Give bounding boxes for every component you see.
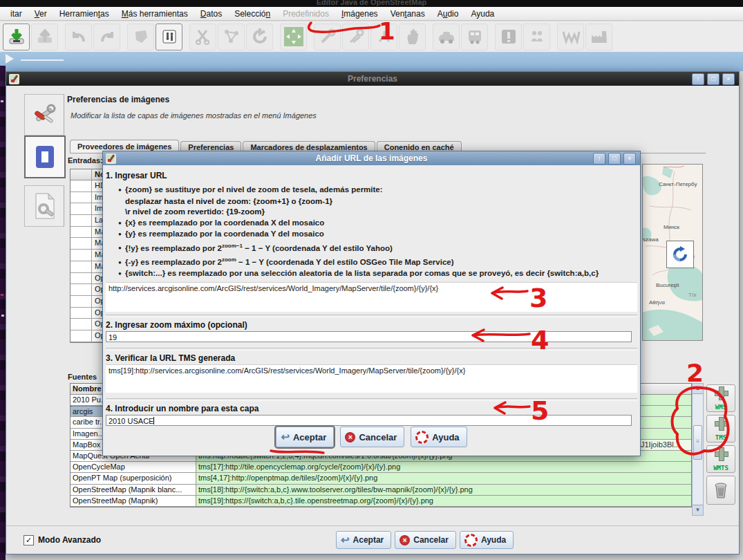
layer-name-input[interactable]: 2010 USACE bbox=[106, 415, 632, 426]
menu-seleccin[interactable]: Selección bbox=[228, 9, 276, 19]
close-window-icon[interactable]: × bbox=[623, 153, 636, 165]
entry-checkbox-cell[interactable] bbox=[70, 238, 92, 249]
add-wmts-label: WMTS bbox=[707, 465, 735, 472]
ok-button[interactable]: ↩ Aceptar bbox=[336, 531, 391, 549]
wrench-a-button[interactable] bbox=[314, 24, 341, 50]
shade-window-icon[interactable]: ↑ bbox=[593, 153, 605, 165]
maximize-window-icon[interactable]: □ bbox=[608, 153, 621, 165]
menu-audio[interactable]: Audio bbox=[431, 9, 465, 19]
delete-shape-button[interactable] bbox=[127, 24, 154, 50]
waypoint-w-button[interactable] bbox=[557, 24, 584, 50]
warning-button[interactable] bbox=[495, 24, 522, 50]
sidebar-imagery-settings[interactable] bbox=[24, 136, 66, 178]
url-input[interactable]: http://services.arcgisonline.com/ArcGIS/… bbox=[106, 282, 637, 312]
wrench-b-icon bbox=[347, 28, 365, 46]
sources-row[interactable]: OpenPT Map (superposición)tms[4,17]:http… bbox=[70, 473, 691, 484]
bullet-icon: ● bbox=[118, 218, 125, 229]
entry-checkbox-cell[interactable] bbox=[70, 192, 92, 203]
upload-button[interactable] bbox=[31, 24, 58, 50]
bus-button[interactable] bbox=[461, 24, 488, 50]
entry-checkbox-cell[interactable] bbox=[70, 319, 92, 330]
preferences-titlebar[interactable]: Preferencias ↑ □ × bbox=[6, 72, 739, 86]
zoom-to-layer-button[interactable] bbox=[280, 24, 307, 50]
add-wms-button[interactable]: WMS bbox=[706, 384, 735, 412]
dialog-cancel-button[interactable]: × Cancelar bbox=[340, 427, 404, 447]
entry-checkbox-cell[interactable] bbox=[70, 330, 92, 342]
hand-button[interactable] bbox=[399, 24, 426, 50]
dialog-help-button[interactable]: Ayuda bbox=[411, 427, 467, 447]
people-icon bbox=[529, 29, 545, 44]
close-window-icon[interactable]: × bbox=[722, 73, 735, 85]
entry-checkbox-cell[interactable] bbox=[70, 296, 92, 307]
entry-checkbox-cell[interactable] bbox=[70, 284, 92, 295]
entry-checkbox-cell[interactable] bbox=[70, 308, 92, 319]
wrench-screwdriver-icon bbox=[31, 102, 57, 128]
sources-row[interactable]: OpenStreetMap (Mapnik blanc...tms[18]:ht… bbox=[70, 485, 691, 496]
redo-button[interactable] bbox=[93, 24, 120, 50]
merge-nodes-button[interactable] bbox=[218, 24, 245, 50]
dialog-titlebar[interactable]: Añadir URL de las imágenes ↑ □ × bbox=[103, 151, 640, 165]
entry-checkbox-cell[interactable] bbox=[70, 250, 92, 261]
sources-row[interactable]: OpenStreetMap (Mapnik)tms[19]:https://{s… bbox=[70, 496, 691, 507]
scroll-down-icon[interactable]: ▼ bbox=[693, 505, 703, 515]
delete-source-button[interactable] bbox=[706, 476, 735, 505]
menu-msherramientas[interactable]: Más herramientas bbox=[115, 9, 194, 19]
entry-checkbox-cell[interactable] bbox=[70, 203, 92, 214]
wrench-c-button[interactable] bbox=[370, 24, 397, 50]
add-tms-button[interactable]: TMS bbox=[706, 415, 735, 442]
help-bullet: ●{!y} es reemplazado por 2zoom−1 − 1 − Y… bbox=[118, 241, 637, 254]
max-zoom-input[interactable]: 19 bbox=[106, 331, 632, 342]
cancel-x-icon: × bbox=[399, 535, 410, 545]
shade-window-icon[interactable]: ↑ bbox=[692, 73, 704, 85]
menu-imgenes[interactable]: Imágenes bbox=[335, 9, 384, 19]
menu-herramientas[interactable]: Herramientas bbox=[53, 9, 115, 19]
factory-button[interactable] bbox=[585, 24, 612, 50]
cut-button[interactable] bbox=[189, 24, 216, 50]
scroll-up-icon[interactable]: ▲ bbox=[693, 384, 703, 394]
menu-itar[interactable]: itar bbox=[4, 9, 28, 19]
help-bullet: ●{zoom} se sustituye por el nivel de zoo… bbox=[118, 185, 637, 196]
factory-icon bbox=[590, 28, 609, 45]
menu-ver[interactable]: Ver bbox=[28, 9, 53, 19]
undo-icon bbox=[70, 28, 88, 46]
entries-label: Entradas: bbox=[68, 156, 103, 165]
wrench-b-button[interactable] bbox=[342, 24, 369, 50]
download-button[interactable] bbox=[3, 24, 30, 50]
scroll-thumb[interactable]: ≡ bbox=[693, 425, 702, 460]
map-refresh-button[interactable] bbox=[666, 241, 694, 268]
menu-datos[interactable]: Datos bbox=[194, 9, 228, 19]
menu-ayuda[interactable]: Ayuda bbox=[464, 9, 500, 19]
dialog-ok-button[interactable]: ↩ Aceptar bbox=[276, 427, 334, 447]
cancel-button[interactable]: × Cancelar bbox=[395, 531, 456, 549]
step1-label: 1. Ingresar URL bbox=[106, 171, 637, 180]
entry-checkbox-cell[interactable] bbox=[70, 215, 92, 226]
sidebar-display-settings[interactable] bbox=[24, 94, 64, 136]
help-bullet: ●{x} es reemplazado por la coordenada X … bbox=[118, 218, 637, 229]
sources-scrollbar[interactable]: ▲ ≡ ▼ bbox=[692, 383, 704, 516]
cancel-x-icon: × bbox=[345, 432, 355, 442]
people-button[interactable] bbox=[523, 24, 550, 50]
entry-checkbox-cell[interactable] bbox=[70, 273, 92, 284]
delete-shape-icon bbox=[132, 28, 150, 46]
sync-button[interactable] bbox=[246, 24, 273, 50]
advanced-mode-checkbox[interactable]: ✓ bbox=[23, 535, 34, 545]
source-url-cell: tms[4,17]:http://openptmap.de/tiles/{zoo… bbox=[196, 473, 691, 483]
tms-url-output: tms[19]:http://services.arcgisonline.com… bbox=[106, 364, 637, 393]
preferences-sliders-button[interactable] bbox=[156, 24, 182, 50]
help-button[interactable]: Ayuda bbox=[460, 531, 514, 549]
add-wmts-button[interactable]: WMTS bbox=[706, 445, 735, 473]
entry-checkbox-cell[interactable] bbox=[70, 261, 92, 272]
sidebar-advanced-settings[interactable] bbox=[24, 185, 64, 227]
source-name-cell: OpenCycleMap bbox=[70, 462, 196, 472]
menu-ventanas[interactable]: Ventanas bbox=[384, 9, 431, 19]
sources-row[interactable]: OpenCycleMaptms[17]:http://tile.opencycl… bbox=[70, 462, 691, 473]
car-button[interactable] bbox=[433, 24, 460, 50]
menu-predefinidos[interactable]: Predefinidos bbox=[276, 9, 335, 19]
help-bullet-subline: \r nivel de zoom revertido: {19-zoom} bbox=[125, 207, 637, 218]
undo-button[interactable] bbox=[65, 24, 92, 50]
bus-icon bbox=[466, 28, 484, 46]
entry-checkbox-cell[interactable] bbox=[70, 227, 92, 238]
maximize-window-icon[interactable]: □ bbox=[707, 73, 720, 85]
entry-checkbox-cell[interactable] bbox=[70, 180, 92, 192]
map-zoom-slider[interactable] bbox=[21, 59, 64, 61]
